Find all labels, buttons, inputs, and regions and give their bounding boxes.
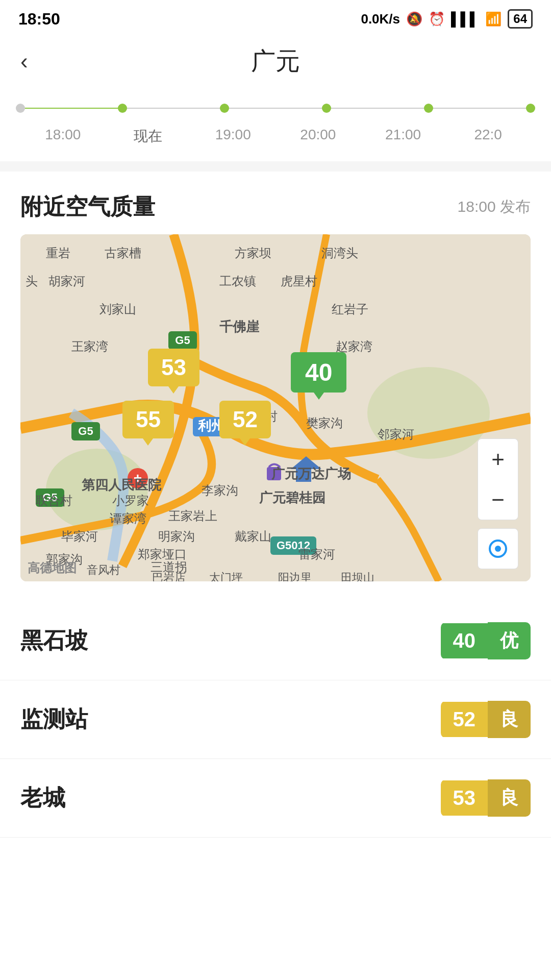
network-speed: 0.0K/s [361,11,400,27]
svg-text:明家沟: 明家沟 [158,529,195,543]
signal-icon: ▌▌▌ [451,11,479,27]
timeline-line-active [20,108,122,109]
marker-jiancezhan[interactable]: 52 [219,401,271,438]
publish-time: 18:00 发布 [458,197,531,217]
station-value-jiancezhan: 52 [441,702,488,737]
air-quality-section: 附近空气质量 18:00 发布 G5 G5 [0,172,551,581]
svg-text:第四人民医院: 第四人民医院 [82,477,162,493]
svg-text:邻家河: 邻家河 [378,427,414,441]
timeline-dot-5[interactable] [526,104,535,113]
map-controls: + − [478,438,518,520]
timeline-label-0[interactable]: 18:00 [20,127,106,146]
svg-text:谭家湾: 谭家湾 [110,511,146,525]
station-name-laocheng: 老城 [20,783,65,813]
mute-icon: 🔕 [406,11,422,27]
svg-text:李家沟: 李家沟 [202,483,238,497]
page-title: 广元 [251,45,300,78]
svg-text:洞湾头: 洞湾头 [321,246,358,260]
section-header: 附近空气质量 18:00 发布 [20,192,531,222]
station-name-heishipo: 黑石坡 [20,626,88,656]
location-button[interactable] [478,528,518,569]
svg-text:王家岩上: 王家岩上 [168,509,217,523]
svg-text:胡家河: 胡家河 [48,274,85,288]
svg-text:联合村: 联合村 [36,494,72,507]
svg-text:广元碧桂园: 广元碧桂园 [259,490,325,505]
timeline-label-3[interactable]: 20:00 [276,127,361,146]
svg-text:千佛崖: 千佛崖 [219,319,260,334]
timeline-dot-3[interactable] [322,104,331,113]
wifi-icon: 📶 [485,11,502,27]
map-container[interactable]: G5 G5 G5 G5012 利州 + 重岩 古家槽 方家坝 [20,234,531,581]
station-list: 黑石坡 40 优 监测站 52 良 老城 53 良 [0,602,551,838]
svg-text:巴岩店: 巴岩店 [152,571,186,581]
station-value-laocheng: 53 [441,780,488,816]
station-badge-heishipo: 40 优 [441,622,531,659]
station-label-laocheng: 良 [488,779,531,817]
map-watermark: 高德地图 [28,560,77,576]
station-value-heishipo: 40 [441,623,488,658]
status-time: 18:50 [18,10,60,29]
svg-text:头: 头 [26,274,38,288]
svg-text:刘家山: 刘家山 [99,302,136,316]
svg-text:雷家河: 雷家河 [298,547,335,561]
status-right: 0.0K/s 🔕 ⏰ ▌▌▌ 📶 64 [361,9,533,29]
station-label-heishipo: 优 [488,622,531,659]
svg-text:方家坝: 方家坝 [235,246,271,260]
battery-badge: 64 [508,9,533,29]
svg-text:G5: G5 [78,425,93,437]
back-button[interactable]: ‹ [20,48,28,74]
zoom-out-button[interactable]: − [478,479,518,520]
map-background: G5 G5 G5 G5012 利州 + 重岩 古家槽 方家坝 [20,234,531,581]
svg-text:小罗家: 小罗家 [112,494,149,507]
timeline-section: 18:00 现在 19:00 20:00 21:00 22:0 [0,88,551,161]
svg-text:重岩: 重岩 [46,246,70,260]
svg-text:太门坪: 太门坪 [209,571,243,581]
svg-text:樊家沟: 樊家沟 [306,416,343,430]
svg-text:工农镇: 工农镇 [219,274,256,288]
station-item-heishipo[interactable]: 黑石坡 40 优 [0,602,551,680]
svg-text:毕家河: 毕家河 [61,529,98,543]
status-bar: 18:50 0.0K/s 🔕 ⏰ ▌▌▌ 📶 64 [0,0,551,35]
timeline-label-2[interactable]: 19:00 [190,127,276,146]
svg-text:G5: G5 [175,334,190,347]
marker-55[interactable]: 55 [122,401,174,438]
station-name-jiancezhan: 监测站 [20,704,88,734]
station-label-jiancezhan: 良 [488,701,531,738]
svg-text:阳边里: 阳边里 [278,571,312,581]
location-icon [489,540,507,558]
svg-text:古家槽: 古家槽 [105,246,141,260]
timeline-dot-0[interactable] [16,104,25,113]
timeline-labels: 18:00 现在 19:00 20:00 21:00 22:0 [20,127,531,146]
station-badge-laocheng: 53 良 [441,779,531,817]
marker-heishipo[interactable]: 40 [291,352,346,393]
section-title: 附近空气质量 [20,192,155,222]
timeline-label-1[interactable]: 现在 [106,127,191,146]
svg-text:红岩子: 红岩子 [332,302,368,316]
station-badge-jiancezhan: 52 良 [441,701,531,738]
svg-text:王家湾: 王家湾 [71,339,108,353]
timeline-dot-1[interactable] [118,104,127,113]
top-nav: ‹ 广元 [0,35,551,88]
station-item-jiancezhan[interactable]: 监测站 52 良 [0,680,551,759]
svg-text:郑家垭口: 郑家垭口 [138,547,187,561]
zoom-in-button[interactable]: + [478,438,518,479]
timeline-dot-2[interactable] [220,104,229,113]
svg-text:田坝山: 田坝山 [341,571,374,581]
timeline-dot-4[interactable] [424,104,433,113]
svg-text:广元万达广场: 广元万达广场 [271,466,351,481]
section-divider [0,161,551,172]
svg-text:赵家湾: 赵家湾 [336,339,372,353]
marker-laocheng[interactable]: 53 [148,349,199,386]
timeline-label-4[interactable]: 21:00 [361,127,446,146]
svg-text:音风村: 音风村 [87,564,120,576]
timeline-track[interactable] [20,98,531,118]
svg-text:戴家山: 戴家山 [235,529,271,543]
alarm-icon: ⏰ [429,11,445,27]
timeline-label-5[interactable]: 22:0 [445,127,531,146]
station-item-laocheng[interactable]: 老城 53 良 [0,759,551,838]
svg-text:虎星村: 虎星村 [281,274,317,288]
